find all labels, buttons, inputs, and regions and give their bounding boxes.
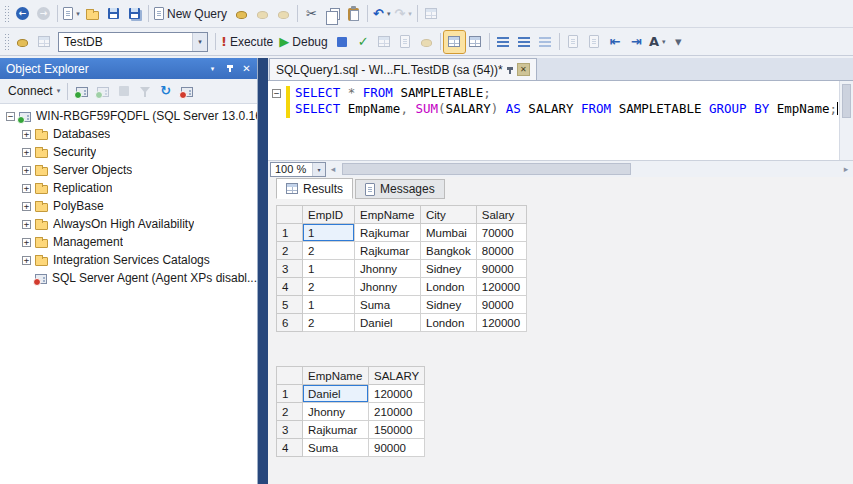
results-tab-messages[interactable]: Messages	[355, 179, 445, 199]
tree-item-security[interactable]: +Security	[0, 143, 257, 161]
grid-cell[interactable]: Suma	[303, 439, 369, 457]
grid-cell[interactable]: Mumbai	[421, 224, 477, 242]
row-header[interactable]: 1	[277, 224, 303, 242]
debug-button[interactable]: ▶Debug	[277, 31, 331, 53]
activity-monitor-button[interactable]	[421, 3, 442, 25]
row-header[interactable]: 3	[277, 260, 303, 278]
intellisense-enabled-button[interactable]	[416, 31, 437, 53]
results-to-file-button[interactable]	[535, 31, 556, 53]
new-query-button[interactable]: New Query	[152, 3, 231, 25]
corner-header[interactable]	[277, 367, 303, 385]
results-tab-results[interactable]: Results	[276, 178, 353, 199]
comment-selection-button[interactable]	[563, 31, 584, 53]
tree-item-replication[interactable]: +Replication	[0, 179, 257, 197]
grid-cell[interactable]: Rajkumar	[303, 421, 369, 439]
grid-cell[interactable]: Jhonny	[355, 260, 421, 278]
column-header-empname[interactable]: EmpName	[303, 367, 369, 385]
expand-icon[interactable]: +	[22, 238, 31, 247]
chevron-down-icon[interactable]: ▾	[312, 163, 325, 176]
zoom-combo[interactable]: 100 % ▾	[270, 162, 326, 177]
expand-icon[interactable]: +	[22, 256, 31, 265]
grid-cell[interactable]: Bangkok	[421, 242, 477, 260]
expand-icon[interactable]: +	[22, 130, 31, 139]
grid-cell[interactable]: Suma	[355, 296, 421, 314]
display-estimated-plan-button[interactable]	[374, 31, 395, 53]
grid-cell[interactable]: 120000	[369, 385, 425, 403]
grid-cell[interactable]: 1	[303, 224, 355, 242]
query-document-tab[interactable]: SQLQuery1.sql - WI...FL.TestDB (sa (54))…	[269, 58, 537, 80]
tree-item-management[interactable]: +Management	[0, 233, 257, 251]
grid-cell[interactable]: Rajkumar	[355, 242, 421, 260]
include-client-statistics-button[interactable]	[465, 31, 486, 53]
connect-database-button[interactable]	[12, 31, 33, 53]
chevron-down-icon[interactable]: ▾	[192, 33, 207, 51]
grid-cell[interactable]: 90000	[476, 296, 526, 314]
row-header[interactable]: 4	[277, 439, 303, 457]
xmla-query-button[interactable]	[273, 3, 294, 25]
grid-cell[interactable]: Jhonny	[355, 278, 421, 296]
disconnect-server-button[interactable]	[92, 80, 113, 102]
expand-icon[interactable]: +	[22, 148, 31, 157]
corner-header[interactable]	[277, 206, 303, 224]
increase-indent-button[interactable]: ⇥	[626, 31, 647, 53]
grid-cell[interactable]: 1	[303, 296, 355, 314]
tree-item-server-objects[interactable]: +Server Objects	[0, 161, 257, 179]
copy-button[interactable]	[322, 3, 343, 25]
results-to-text-button[interactable]	[493, 31, 514, 53]
tree-item-alwayson-high-availability[interactable]: +AlwaysOn High Availability	[0, 215, 257, 233]
grid-cell[interactable]: 90000	[476, 260, 526, 278]
change-connection-button[interactable]	[33, 31, 54, 53]
grid-cell[interactable]: 2	[303, 278, 355, 296]
stop-button[interactable]	[332, 31, 353, 53]
grid-cell[interactable]: Sidney	[421, 260, 477, 278]
query-options-button[interactable]	[395, 31, 416, 53]
horizontal-scrollbar[interactable]	[340, 161, 839, 177]
scrollbar-thumb[interactable]	[342, 163, 631, 175]
navigate-forward-button[interactable]: →	[33, 3, 54, 25]
specify-template-values-button[interactable]: A▾	[647, 31, 668, 53]
toolbar-overflow-button[interactable]: ▾	[668, 31, 689, 53]
panel-splitter[interactable]	[258, 58, 268, 484]
grid-cell[interactable]: 80000	[476, 242, 526, 260]
grid-cell[interactable]: 210000	[369, 403, 425, 421]
parse-button[interactable]: ✓	[353, 31, 374, 53]
grid-cell[interactable]: 120000	[476, 314, 526, 332]
grid-cell[interactable]: Daniel	[355, 314, 421, 332]
scrollbar-thumb[interactable]	[842, 84, 851, 118]
available-databases-combo[interactable]: TestDB ▾	[58, 32, 208, 52]
save-all-button[interactable]	[124, 3, 145, 25]
column-header-salary[interactable]: SALARY	[369, 367, 425, 385]
open-file-button[interactable]	[82, 3, 103, 25]
grid-cell[interactable]: 120000	[476, 278, 526, 296]
scroll-right-icon[interactable]: ▸	[839, 164, 853, 174]
grid-cell[interactable]: 70000	[476, 224, 526, 242]
row-header[interactable]: 2	[277, 242, 303, 260]
grid-cell[interactable]: London	[421, 314, 477, 332]
grid-cell[interactable]: Daniel	[303, 385, 369, 403]
code-area[interactable]: SELECT * FROM SAMPLETABLE;SELECT EmpName…	[295, 85, 838, 117]
database-engine-query-button[interactable]	[231, 3, 252, 25]
pin-icon[interactable]	[509, 63, 511, 77]
expand-icon[interactable]: +	[22, 184, 31, 193]
column-header-salary[interactable]: Salary	[476, 206, 526, 224]
code-fold-icon[interactable]: −	[272, 89, 281, 98]
expand-icon[interactable]: +	[22, 220, 31, 229]
grid-cell[interactable]: 90000	[369, 439, 425, 457]
analysis-services-query-button[interactable]	[252, 3, 273, 25]
grid-cell[interactable]: 150000	[369, 421, 425, 439]
tree-item-polybase[interactable]: +PolyBase	[0, 197, 257, 215]
execute-button[interactable]: !Execute	[219, 31, 277, 53]
stop-button[interactable]	[113, 80, 134, 102]
new-item-button[interactable]: ▾	[61, 3, 82, 25]
save-button[interactable]	[103, 3, 124, 25]
grid-cell[interactable]: London	[421, 278, 477, 296]
connect-button[interactable]: Connect ▾	[4, 81, 64, 101]
close-icon[interactable]: ✕	[238, 61, 255, 76]
expand-icon[interactable]: +	[22, 166, 31, 175]
paste-button[interactable]	[343, 3, 364, 25]
connect-server-button[interactable]	[71, 80, 92, 102]
column-header-city[interactable]: City	[421, 206, 477, 224]
tree-item-integration-services-catalogs[interactable]: +Integration Services Catalogs	[0, 251, 257, 269]
collapse-icon[interactable]: −	[6, 112, 15, 121]
cut-button[interactable]: ✂	[301, 3, 322, 25]
